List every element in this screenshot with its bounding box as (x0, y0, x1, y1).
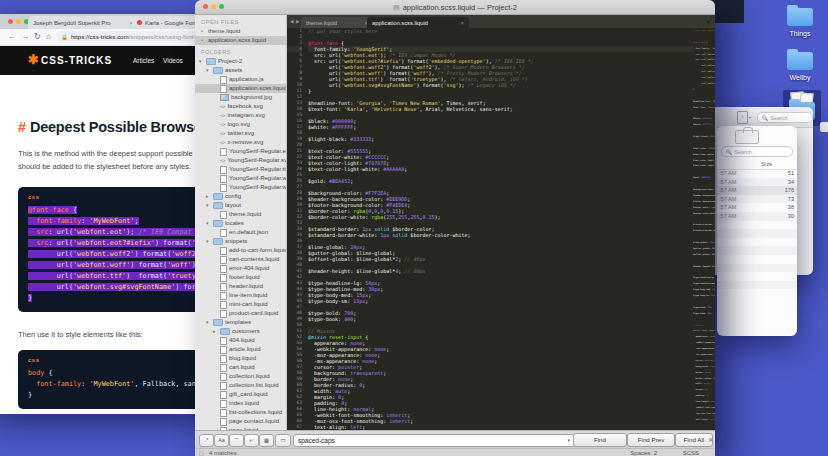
file-row[interactable]: :57 AM34 (717, 178, 797, 187)
tree-file-item[interactable]: line-item.liquid (195, 291, 286, 300)
home-icon[interactable]: ⌂ (46, 32, 51, 42)
open-file-item[interactable]: •theme.liquid (195, 27, 286, 36)
css-tricks-logo-text[interactable]: CSS-TRICKS (41, 55, 112, 66)
tree-folder-item[interactable]: ▾locales (195, 219, 286, 228)
chevron-down-icon[interactable]: ▾ (206, 219, 211, 228)
find-button[interactable]: Find (573, 433, 627, 447)
tree-file-item[interactable]: YoungSerif-Regular.woff (195, 174, 286, 183)
chevron-right-icon[interactable]: ▸ (213, 327, 218, 336)
find-prev-button[interactable]: Find Prev (627, 433, 675, 447)
file-row[interactable]: :57 AM38 (717, 203, 797, 212)
back-icon[interactable]: ← (8, 32, 16, 42)
tree-file-item[interactable]: <>twitter.svg (195, 129, 286, 138)
desktop-folder-things[interactable]: Things (772, 8, 828, 37)
chevron-down-icon[interactable]: ▾ (206, 66, 211, 75)
browser-tab-1[interactable]: Joseph Bergdoll Superkit Pro × (28, 16, 138, 29)
nav-articles[interactable]: Articles (133, 57, 154, 64)
share-icon[interactable]: ↑ (737, 111, 748, 124)
minimize-window-button[interactable] (16, 19, 21, 24)
tree-file-item[interactable]: header.liquid (195, 282, 286, 291)
empty-row (717, 238, 797, 247)
close-window-button[interactable] (8, 19, 13, 24)
forward-icon[interactable]: → (21, 32, 29, 42)
file-row[interactable]: :57 AM30 (717, 212, 797, 221)
tree-file-item[interactable]: mini-cart.liquid (195, 300, 286, 309)
tree-file-item[interactable]: index.liquid (195, 399, 286, 408)
tree-file-item[interactable]: 404.liquid (195, 336, 286, 345)
tree-file-item[interactable]: article.liquid (195, 345, 286, 354)
tree-file-item[interactable]: collection.liquid (195, 372, 286, 381)
tree-folder-item[interactable]: ▸config (195, 192, 286, 201)
tree-file-item[interactable]: page.contact.liquid (195, 417, 286, 426)
find-input[interactable]: spaced-caps ▾ (293, 434, 575, 447)
tree-file-item[interactable]: footer.liquid (195, 273, 286, 282)
panel-toggle-icon[interactable]: ▢ (199, 450, 204, 456)
tree-file-item[interactable]: <>YoungSerif-Regular.svg (195, 156, 286, 165)
desktop-folder-wellby[interactable]: Wellby (772, 52, 828, 81)
highlight-matches-toggle[interactable]: ▦ (259, 434, 274, 447)
tree-folder-item[interactable]: ▾assets (195, 66, 286, 75)
close-find-bar-icon[interactable]: ✕ (708, 436, 713, 443)
tree-file-item[interactable]: product-card.liquid (195, 309, 286, 318)
file-row[interactable]: :57 AM176 (717, 186, 797, 195)
chevron-down-icon[interactable]: ▾ (206, 237, 211, 246)
dropdown-caret-icon[interactable]: ▾ (567, 435, 570, 446)
editor-tab-active[interactable]: application.scss.liquid× (367, 17, 469, 28)
tree-file-item[interactable]: <>instagram.svg (195, 111, 286, 120)
tree-file-item[interactable]: add-to-cart-form.liquid (195, 246, 286, 255)
tab-scroll-left-icon[interactable]: ◀ (290, 19, 293, 24)
tab-overflow-icon[interactable]: ▼ (706, 19, 711, 25)
chevron-down-icon[interactable]: ▾ (199, 57, 204, 66)
chevron-down-icon[interactable]: ▾ (206, 201, 211, 210)
tree-file-item[interactable]: application.scss.liquid (195, 84, 286, 93)
size-column-header[interactable]: Size (761, 161, 772, 167)
in-selection-toggle[interactable]: ▭ (275, 434, 291, 447)
tree-folder-item[interactable]: ▸customers (195, 327, 286, 336)
case-sensitive-toggle[interactable]: Aa (214, 434, 229, 447)
tree-file-item[interactable]: theme.liquid (195, 210, 286, 219)
chevron-down-icon[interactable]: ▾ (749, 115, 751, 120)
tree-folder-item[interactable]: ▾layout (195, 201, 286, 210)
tree-file-item[interactable]: <>logo.svg (195, 120, 286, 129)
css-tricks-logo-icon[interactable]: ✱ (28, 53, 39, 67)
code-editor[interactable]: 1234567891011121314151617181920212223242… (287, 28, 693, 430)
tree-folder-item[interactable]: ▾templates (195, 318, 286, 327)
heading-anchor-marker[interactable]: # (18, 119, 26, 135)
search-input[interactable]: 🔍 Search (721, 146, 793, 157)
chevron-right-icon[interactable]: ▸ (206, 192, 211, 201)
code-minimap[interactable]: // put your styles here @font-face { fon… (693, 28, 715, 430)
tree-file-item[interactable]: list-collections.liquid (195, 408, 286, 417)
tree-file-item[interactable]: gift_card.liquid (195, 390, 286, 399)
editor-tab-inactive[interactable]: theme.liquid× (301, 17, 373, 28)
tree-file-item[interactable]: en.default.json (195, 228, 286, 237)
file-row[interactable]: :57 AM51 (717, 169, 797, 178)
tree-file-item[interactable]: YoungSerif-Regular.eot (195, 147, 286, 156)
wrap-toggle[interactable]: ↩ (244, 434, 259, 447)
tab-close-icon[interactable]: × (460, 20, 464, 26)
indent-setting[interactable]: Spaces: 2 (630, 450, 657, 456)
tree-folder-item[interactable]: ▾snippets (195, 237, 286, 246)
regex-toggle[interactable]: .* (199, 434, 214, 447)
nav-videos[interactable]: Videos (163, 57, 183, 64)
tree-folder-item[interactable]: ▾Project-2 (195, 57, 286, 66)
tree-file-item[interactable]: background.jpg (195, 93, 286, 102)
file-row[interactable]: :57 AM73 (717, 195, 797, 204)
tree-file-item[interactable]: error-404.liquid (195, 264, 286, 273)
open-file-item[interactable]: •application.scss.liquid (195, 36, 286, 45)
tree-file-item[interactable]: collection.list.liquid (195, 381, 286, 390)
tab-scroll-right-icon[interactable]: ▶ (296, 19, 299, 24)
tree-file-item[interactable]: blog.liquid (195, 354, 286, 363)
chevron-down-icon[interactable]: ▾ (206, 318, 211, 327)
reload-icon[interactable]: ↻ (34, 32, 41, 42)
tree-file-item[interactable]: application.js (195, 75, 286, 84)
tree-file-item[interactable]: cart.liquid (195, 363, 286, 372)
tree-file-item[interactable]: YoungSerif-Regular.ttf (195, 165, 286, 174)
search-input[interactable]: 🔍 Search (757, 112, 813, 123)
syntax-mode[interactable]: SCSS (683, 450, 699, 456)
tree-file-item[interactable]: cart-contents.liquid (195, 255, 286, 264)
whole-word-toggle[interactable]: “” (229, 434, 244, 447)
tree-file-item[interactable]: <>facebook.svg (195, 102, 286, 111)
tree-file-item[interactable]: <>x-remove.svg (195, 138, 286, 147)
tree-file-item[interactable]: YoungSerif-Regular.woff2 (195, 183, 286, 192)
empty-row (717, 246, 797, 255)
